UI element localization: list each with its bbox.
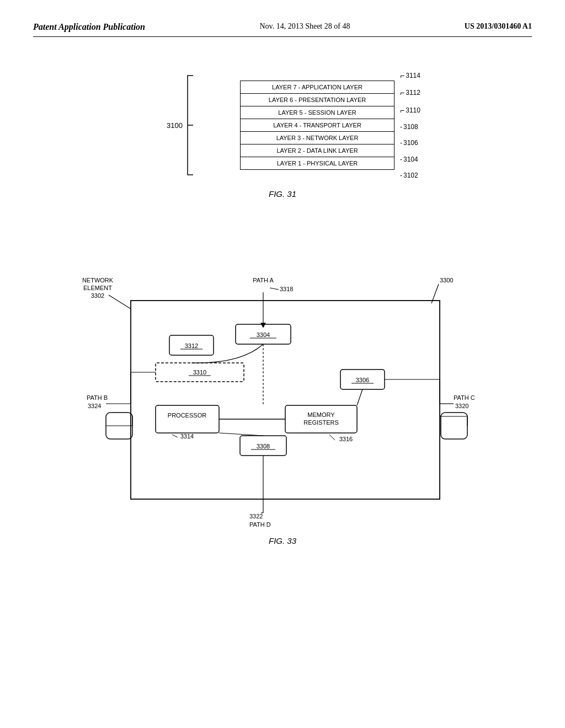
sheet-info: Nov. 14, 2013 Sheet 28 of 48 — [259, 22, 350, 31]
fig33-caption: FIG. 33 — [269, 536, 296, 545]
outer-rect-3300 — [131, 301, 440, 499]
layer-7-cell: LAYER 7 - APPLICATION LAYER — [241, 81, 395, 94]
path-d-ref-label: 3322 — [249, 513, 263, 520]
table-row: LAYER 1 - PHYSICAL LAYER — [241, 157, 395, 170]
fig31-section: 3100 LAYER 7 - APPLICATION LAYER LAYER 6… — [33, 70, 532, 199]
memory-label1: MEMORY — [307, 411, 335, 418]
network-element-label2: ELEMENT — [83, 285, 112, 291]
path-c-label: PATH C — [454, 394, 475, 401]
box-3312-label: 3312 — [185, 342, 198, 349]
box-3310-label: 3310 — [193, 369, 206, 376]
path-d-label: PATH D — [249, 521, 271, 528]
processor-label: PROCESSOR — [168, 412, 206, 419]
svg-line-14 — [172, 435, 178, 437]
network-element-label: NETWORK — [82, 277, 114, 283]
fig33-section: NETWORK ELEMENT 3302 PATH A 3318 3300 — [33, 243, 532, 545]
ref-3110: ⌐3110 — [400, 106, 420, 115]
ref-3102: -3102 — [400, 172, 420, 179]
table-row: LAYER 2 - DATA LINK LAYER — [241, 144, 395, 157]
svg-line-2 — [270, 288, 279, 290]
ref-3106: -3106 — [400, 139, 420, 147]
table-row: LAYER 3 - NETWORK LAYER — [241, 132, 395, 144]
layer-2-cell: LAYER 2 - DATA LINK LAYER — [241, 144, 395, 157]
svg-line-1 — [109, 295, 131, 309]
layer-1-cell: LAYER 1 - PHYSICAL LAYER — [241, 157, 395, 170]
ref-3320: 3320 — [455, 403, 468, 409]
osi-table: LAYER 7 - APPLICATION LAYER LAYER 6 - PR… — [240, 81, 395, 170]
path-a-label: PATH A — [253, 277, 274, 283]
label-3100: 3100 — [167, 121, 183, 130]
fig31-caption: FIG. 31 — [269, 189, 296, 199]
box-processor — [156, 405, 219, 433]
box-3304-label: 3304 — [257, 331, 270, 338]
ne-ref-label: 3302 — [91, 292, 104, 299]
table-row: LAYER 6 - PRESENTATION LAYER — [241, 94, 395, 106]
ref-3314: 3314 — [180, 433, 194, 440]
fig33-diagram: NETWORK ELEMENT 3302 PATH A 3318 3300 — [76, 243, 489, 529]
bracket-3100 — [185, 70, 196, 180]
ref-3108: -3108 — [400, 123, 420, 131]
layer-6-cell: LAYER 6 - PRESENTATION LAYER — [241, 94, 395, 106]
box-3306-label: 3306 — [356, 377, 369, 383]
ref-3316: 3316 — [339, 436, 353, 442]
line-mem-3306 — [357, 389, 363, 405]
page: Patent Application Publication Nov. 14, … — [0, 0, 565, 728]
ref-3300-label: 3300 — [440, 277, 453, 283]
box-3308-label: 3308 — [257, 443, 270, 449]
ref-3324: 3324 — [88, 403, 101, 409]
ref-3112: ⌐3112 — [400, 88, 420, 97]
curve-3304-3312 — [191, 344, 263, 363]
header: Patent Application Publication Nov. 14, … — [33, 22, 532, 37]
table-row: LAYER 5 - SESSION LAYER — [241, 106, 395, 119]
ref-3318: 3318 — [280, 286, 293, 292]
table-row: LAYER 4 - TRANSPORT LAYER — [241, 119, 395, 132]
svg-line-15 — [329, 435, 335, 440]
layer-5-cell: LAYER 5 - SESSION LAYER — [241, 106, 395, 119]
ref-3104: -3104 — [400, 156, 420, 163]
patent-number: US 2013/0301460 A1 — [465, 22, 532, 31]
table-row: LAYER 7 - APPLICATION LAYER — [241, 81, 395, 94]
fig33-svg: NETWORK ELEMENT 3302 PATH A 3318 3300 — [76, 243, 489, 529]
line-3308-proc — [219, 433, 263, 436]
ref-3114: ⌐3114 — [400, 71, 420, 80]
layer-4-cell: LAYER 4 - TRANSPORT LAYER — [241, 119, 395, 132]
publication-title: Patent Application Publication — [33, 22, 145, 32]
layer-3-cell: LAYER 3 - NETWORK LAYER — [241, 132, 395, 144]
path-b-label: PATH B — [87, 394, 108, 401]
memory-label2: REGISTERS — [303, 419, 339, 426]
